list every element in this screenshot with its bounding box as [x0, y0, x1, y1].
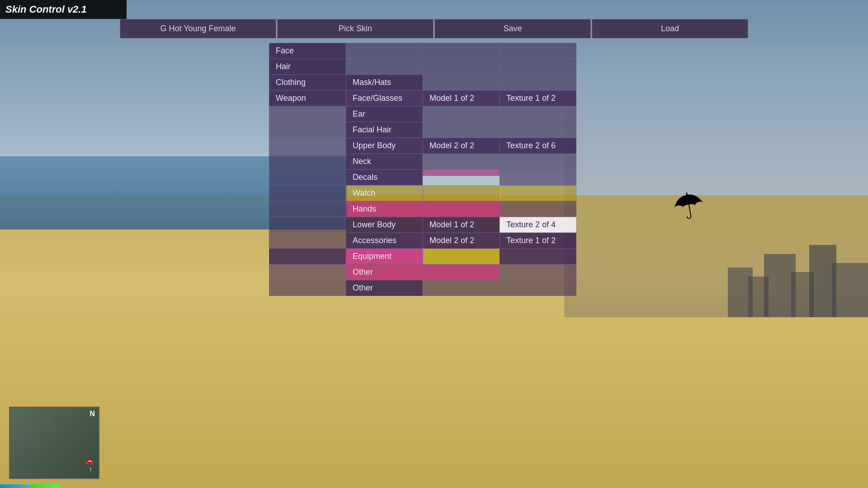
menu-panel: Face Hair Clothing Mask/Hats Weapon Face… [269, 43, 576, 296]
lower-body-col1 [269, 217, 346, 233]
face-col3 [423, 43, 500, 59]
model-face-glasses[interactable]: Model 1 of 2 [423, 90, 500, 106]
other1-col1 [269, 264, 346, 280]
row-accessories: Accessories Model 2 of 2 Texture 1 of 2 [269, 233, 576, 249]
minimap-direction-arrow: ↑ [89, 465, 92, 474]
subcategory-watch[interactable]: Watch [346, 185, 423, 201]
texture-accessories[interactable]: Texture 1 of 2 [500, 233, 576, 249]
load-button[interactable]: Load [592, 19, 748, 38]
neck-col1 [269, 154, 346, 169]
minimap-north: N [90, 410, 95, 418]
accessories-col1 [269, 233, 346, 249]
subcategory-lower-body[interactable]: Lower Body [346, 217, 423, 233]
ear-col3 [423, 106, 500, 122]
row-lower-body: Lower Body Model 1 of 2 Texture 2 of 4 [269, 217, 576, 233]
face-col2 [346, 43, 423, 59]
row-clothing: Clothing Mask/Hats [269, 75, 576, 90]
other1-col3 [423, 264, 500, 280]
minimap-vehicle-icon: 🚗 [85, 457, 93, 465]
clothing-col3 [423, 75, 500, 90]
subcategory-facial-hair[interactable]: Facial Hair [346, 122, 423, 138]
pick-skin-button[interactable]: Pick Skin [277, 19, 434, 38]
row-neck: Neck [269, 154, 576, 169]
category-face[interactable]: Face [269, 43, 346, 59]
subcategory-equipment[interactable]: Equipment [346, 249, 423, 264]
subcategory-other1[interactable]: Other [346, 264, 423, 280]
texture-upper-body[interactable]: Texture 2 of 6 [500, 138, 576, 154]
facial-hair-col1 [269, 122, 346, 138]
equipment-col4 [500, 249, 576, 264]
row-hair: Hair [269, 59, 576, 75]
watch-col3 [423, 185, 500, 201]
facial-hair-col3 [423, 122, 500, 138]
decals-col3 [423, 169, 500, 176]
minimap-display: N 🚗 ↑ [10, 408, 99, 478]
row-equipment: Equipment [269, 249, 576, 264]
other1-col4 [500, 264, 576, 280]
neck-col3 [423, 154, 500, 169]
hair-col4 [500, 59, 576, 75]
texture-lower-body[interactable]: Texture 2 of 4 [500, 217, 576, 233]
hands-col3 [423, 201, 500, 217]
row-upper-body: Upper Body Model 2 of 2 Texture 2 of 6 [269, 138, 576, 154]
subcategory-hands[interactable]: Hands [346, 201, 423, 217]
title-bar: Skin Control v2.1 [0, 0, 127, 19]
facial-hair-col4 [500, 122, 576, 138]
subcategory-ear[interactable]: Ear [346, 106, 423, 122]
save-button[interactable]: Save [434, 19, 591, 38]
city-background [564, 73, 868, 317]
row-weapon: Weapon Face/Glasses Model 1 of 2 Texture… [269, 90, 576, 106]
subcategory-mask-hats[interactable]: Mask/Hats [346, 75, 423, 90]
row-ear: Ear [269, 106, 576, 122]
other2-col4 [500, 280, 576, 296]
row-other1: Other [269, 264, 576, 280]
equipment-col1 [269, 249, 346, 264]
watch-col1 [269, 185, 346, 201]
model-accessories[interactable]: Model 2 of 2 [423, 233, 500, 249]
app-title: Skin Control v2.1 [5, 4, 87, 15]
equipment-col3 [423, 249, 500, 264]
minimap: N 🚗 ↑ [9, 407, 99, 479]
subcategory-other2[interactable]: Other [346, 280, 423, 296]
hands-col1 [269, 201, 346, 217]
decals-col1 [269, 169, 346, 185]
toolbar: G Hot Young Female Pick Skin Save Load [120, 19, 748, 38]
subcategory-neck[interactable]: Neck [346, 154, 423, 169]
category-hair[interactable]: Hair [269, 59, 346, 75]
face-col4 [500, 43, 576, 59]
model-lower-body[interactable]: Model 1 of 2 [423, 217, 500, 233]
other2-col1 [269, 280, 346, 296]
row-face: Face [269, 43, 576, 59]
row-decals: Decals [269, 169, 576, 185]
category-clothing[interactable]: Clothing [269, 75, 346, 90]
row-other2: Other [269, 280, 576, 296]
health-bar [0, 484, 99, 488]
category-weapon[interactable]: Weapon [269, 90, 346, 106]
hair-col3 [423, 59, 500, 75]
neck-col4 [500, 154, 576, 169]
row-hands: Hands [269, 201, 576, 217]
other2-col3 [423, 280, 500, 296]
character-button[interactable]: G Hot Young Female [120, 19, 276, 38]
watch-col4 [500, 185, 576, 201]
subcategory-accessories[interactable]: Accessories [346, 233, 423, 249]
model-upper-body[interactable]: Model 2 of 2 [423, 138, 500, 154]
upper-body-col1 [269, 138, 346, 154]
hands-col4 [500, 201, 576, 217]
row-watch: Watch [269, 185, 576, 201]
armor-fill [0, 484, 30, 488]
clothing-col4 [500, 75, 576, 90]
subcategory-decals[interactable]: Decals [346, 169, 423, 185]
ear-col4 [500, 106, 576, 122]
ear-col1 [269, 106, 346, 122]
row-facial-hair: Facial Hair [269, 122, 576, 138]
hair-col2 [346, 59, 423, 75]
decals-col4 [500, 169, 576, 185]
subcategory-upper-body[interactable]: Upper Body [346, 138, 423, 154]
subcategory-face-glasses[interactable]: Face/Glasses [346, 90, 423, 106]
texture-face-glasses[interactable]: Texture 1 of 2 [500, 90, 576, 106]
